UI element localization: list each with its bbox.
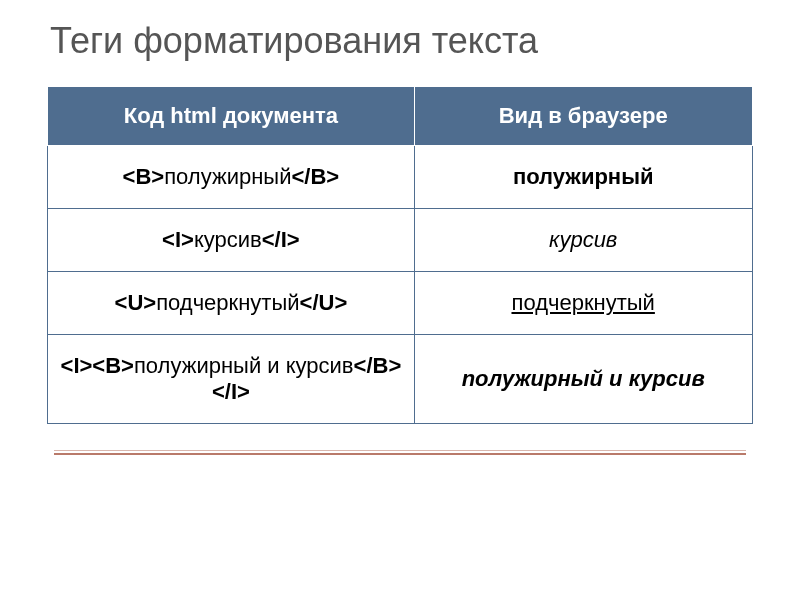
cell-render: полужирный	[414, 146, 752, 209]
tag-text: полужирный и курсив	[134, 353, 354, 378]
table-row: <I>курсив</I> курсив	[48, 209, 753, 272]
table-row: <I><B>полужирный и курсив</B></I> полужи…	[48, 335, 753, 424]
page-title: Теги форматирования текста	[50, 20, 760, 62]
cell-render: полужирный и курсив	[414, 335, 752, 424]
tag-open: <U>	[115, 290, 157, 315]
header-render: Вид в браузере	[414, 87, 752, 146]
rendered-text: полужирный и курсив	[462, 366, 705, 391]
tag-text: курсив	[194, 227, 262, 252]
tag-close: </B>	[291, 164, 339, 189]
cell-render: курсив	[414, 209, 752, 272]
tag-open: <B>	[123, 164, 165, 189]
cell-render: подчеркнутый	[414, 272, 752, 335]
cell-code: <U>подчеркнутый</U>	[48, 272, 414, 335]
cell-code: <I><B>полужирный и курсив</B></I>	[48, 335, 414, 424]
rendered-text: полужирный	[513, 164, 654, 189]
rendered-text: подчеркнутый	[511, 290, 654, 315]
cell-code: <I>курсив</I>	[48, 209, 414, 272]
table-row: <U>подчеркнутый</U> подчеркнутый	[48, 272, 753, 335]
header-code: Код html документа	[48, 87, 414, 146]
divider	[54, 452, 745, 455]
tag-close: </I>	[262, 227, 300, 252]
tag-open: <I><B>	[61, 353, 134, 378]
tag-open: <I>	[162, 227, 194, 252]
cell-code: <B>полужирный</B>	[48, 146, 414, 209]
tag-text: подчеркнутый	[156, 290, 299, 315]
tags-table: Код html документа Вид в браузере <B>пол…	[47, 86, 753, 424]
rendered-text: курсив	[549, 227, 617, 252]
tag-close: </U>	[300, 290, 348, 315]
table-row: <B>полужирный</B> полужирный	[48, 146, 753, 209]
tag-text: полужирный	[164, 164, 291, 189]
